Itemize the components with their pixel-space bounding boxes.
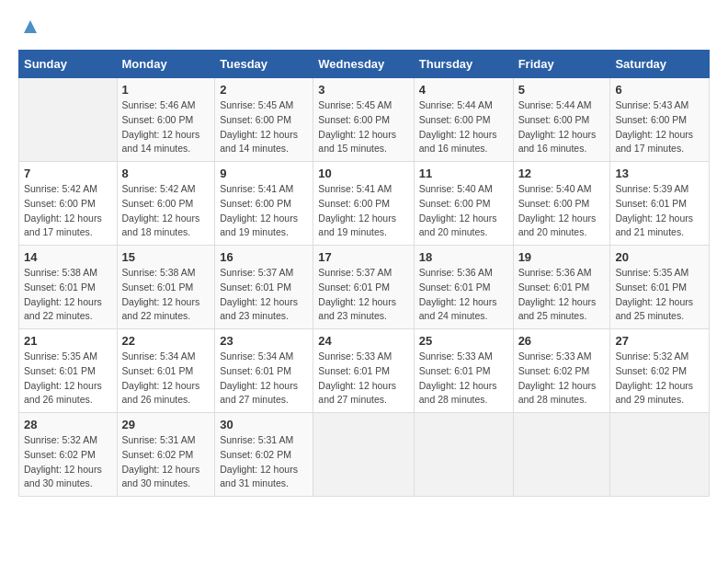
calendar-cell: 17Sunrise: 5:37 AMSunset: 6:01 PMDayligh… [313,246,414,329]
calendar-cell: 6Sunrise: 5:43 AMSunset: 6:00 PMDaylight… [610,78,710,162]
day-detail: Sunrise: 5:39 AMSunset: 6:01 PMDaylight:… [615,182,704,240]
calendar-cell: 7Sunrise: 5:42 AMSunset: 6:00 PMDaylight… [19,162,118,246]
calendar-cell: 19Sunrise: 5:36 AMSunset: 6:01 PMDayligh… [513,246,610,329]
calendar-cell: 13Sunrise: 5:39 AMSunset: 6:01 PMDayligh… [610,162,710,246]
calendar-cell: 25Sunrise: 5:33 AMSunset: 6:01 PMDayligh… [414,329,513,413]
day-number: 28 [24,418,112,431]
day-number: 1 [122,83,210,97]
day-number: 21 [24,334,112,348]
day-detail: Sunrise: 5:32 AMSunset: 6:02 PMDaylight:… [615,350,704,408]
day-detail: Sunrise: 5:32 AMSunset: 6:02 PMDaylight:… [24,433,112,491]
day-number: 9 [220,167,308,180]
day-detail: Sunrise: 5:42 AMSunset: 6:00 PMDaylight:… [24,182,112,240]
day-detail: Sunrise: 5:31 AMSunset: 6:02 PMDaylight:… [122,433,210,491]
calendar-cell: 23Sunrise: 5:34 AMSunset: 6:01 PMDayligh… [215,329,313,413]
day-number: 6 [615,83,704,97]
page-header [18,18,710,40]
logo-icon [22,18,39,35]
day-number: 14 [24,250,112,264]
day-number: 10 [318,167,408,180]
calendar-cell: 11Sunrise: 5:40 AMSunset: 6:00 PMDayligh… [414,162,513,246]
calendar-cell: 24Sunrise: 5:33 AMSunset: 6:01 PMDayligh… [313,329,414,413]
calendar-table: SundayMondayTuesdayWednesdayThursdayFrid… [18,50,710,497]
day-number: 22 [122,334,210,348]
day-detail: Sunrise: 5:36 AMSunset: 6:01 PMDaylight:… [419,266,508,324]
calendar-week-row: 1Sunrise: 5:46 AMSunset: 6:00 PMDaylight… [19,78,710,162]
column-header-thursday: Thursday [414,51,513,78]
calendar-week-row: 28Sunrise: 5:32 AMSunset: 6:02 PMDayligh… [19,413,710,497]
day-detail: Sunrise: 5:34 AMSunset: 6:01 PMDaylight:… [220,350,308,408]
calendar-cell: 21Sunrise: 5:35 AMSunset: 6:01 PMDayligh… [19,329,118,413]
day-detail: Sunrise: 5:41 AMSunset: 6:00 PMDaylight:… [220,182,308,240]
day-detail: Sunrise: 5:35 AMSunset: 6:01 PMDaylight:… [615,266,704,324]
day-detail: Sunrise: 5:36 AMSunset: 6:01 PMDaylight:… [518,266,606,324]
day-number: 16 [220,250,308,264]
column-header-monday: Monday [117,51,215,78]
calendar-cell: 29Sunrise: 5:31 AMSunset: 6:02 PMDayligh… [117,413,215,497]
calendar-cell: 1Sunrise: 5:46 AMSunset: 6:00 PMDaylight… [117,78,215,162]
day-detail: Sunrise: 5:34 AMSunset: 6:01 PMDaylight:… [122,350,210,408]
day-number: 29 [122,418,210,431]
calendar-cell [313,413,414,497]
calendar-week-row: 7Sunrise: 5:42 AMSunset: 6:00 PMDaylight… [19,162,710,246]
day-detail: Sunrise: 5:44 AMSunset: 6:00 PMDaylight:… [518,98,606,156]
day-number: 4 [419,83,508,97]
calendar-header-row: SundayMondayTuesdayWednesdayThursdayFrid… [19,51,710,78]
day-detail: Sunrise: 5:37 AMSunset: 6:01 PMDaylight:… [220,266,308,324]
day-detail: Sunrise: 5:33 AMSunset: 6:02 PMDaylight:… [518,350,606,408]
day-number: 7 [24,167,112,180]
day-detail: Sunrise: 5:46 AMSunset: 6:00 PMDaylight:… [122,98,210,156]
calendar-cell: 26Sunrise: 5:33 AMSunset: 6:02 PMDayligh… [513,329,610,413]
day-detail: Sunrise: 5:45 AMSunset: 6:00 PMDaylight:… [318,98,408,156]
day-number: 8 [122,167,210,180]
day-detail: Sunrise: 5:41 AMSunset: 6:00 PMDaylight:… [318,182,408,240]
column-header-wednesday: Wednesday [313,51,414,78]
day-detail: Sunrise: 5:33 AMSunset: 6:01 PMDaylight:… [419,350,508,408]
column-header-tuesday: Tuesday [215,51,313,78]
day-number: 23 [220,334,308,348]
calendar-cell [513,413,610,497]
calendar-cell: 30Sunrise: 5:31 AMSunset: 6:02 PMDayligh… [215,413,313,497]
day-detail: Sunrise: 5:45 AMSunset: 6:00 PMDaylight:… [220,98,308,156]
day-number: 19 [518,250,606,264]
calendar-cell: 3Sunrise: 5:45 AMSunset: 6:00 PMDaylight… [313,78,414,162]
calendar-cell: 28Sunrise: 5:32 AMSunset: 6:02 PMDayligh… [19,413,118,497]
day-number: 18 [419,250,508,264]
day-number: 26 [518,334,606,348]
calendar-cell: 16Sunrise: 5:37 AMSunset: 6:01 PMDayligh… [215,246,313,329]
day-number: 3 [318,83,408,97]
day-detail: Sunrise: 5:40 AMSunset: 6:00 PMDaylight:… [518,182,606,240]
day-number: 12 [518,167,606,180]
calendar-cell: 2Sunrise: 5:45 AMSunset: 6:00 PMDaylight… [215,78,313,162]
calendar-cell: 5Sunrise: 5:44 AMSunset: 6:00 PMDaylight… [513,78,610,162]
day-number: 5 [518,83,606,97]
day-number: 2 [220,83,308,97]
calendar-cell: 18Sunrise: 5:36 AMSunset: 6:01 PMDayligh… [414,246,513,329]
day-detail: Sunrise: 5:37 AMSunset: 6:01 PMDaylight:… [318,266,408,324]
calendar-cell: 15Sunrise: 5:38 AMSunset: 6:01 PMDayligh… [117,246,215,329]
day-number: 15 [122,250,210,264]
day-number: 11 [419,167,508,180]
calendar-cell: 14Sunrise: 5:38 AMSunset: 6:01 PMDayligh… [19,246,118,329]
calendar-cell: 27Sunrise: 5:32 AMSunset: 6:02 PMDayligh… [610,329,710,413]
day-detail: Sunrise: 5:38 AMSunset: 6:01 PMDaylight:… [122,266,210,324]
day-detail: Sunrise: 5:43 AMSunset: 6:00 PMDaylight:… [615,98,704,156]
calendar-cell: 22Sunrise: 5:34 AMSunset: 6:01 PMDayligh… [117,329,215,413]
calendar-cell: 12Sunrise: 5:40 AMSunset: 6:00 PMDayligh… [513,162,610,246]
calendar-cell [414,413,513,497]
day-detail: Sunrise: 5:42 AMSunset: 6:00 PMDaylight:… [122,182,210,240]
day-number: 27 [615,334,704,348]
calendar-cell [19,78,118,162]
calendar-cell: 4Sunrise: 5:44 AMSunset: 6:00 PMDaylight… [414,78,513,162]
column-header-friday: Friday [513,51,610,78]
logo [18,18,39,40]
day-detail: Sunrise: 5:38 AMSunset: 6:01 PMDaylight:… [24,266,112,324]
calendar-week-row: 14Sunrise: 5:38 AMSunset: 6:01 PMDayligh… [19,246,710,329]
calendar-cell: 10Sunrise: 5:41 AMSunset: 6:00 PMDayligh… [313,162,414,246]
day-number: 24 [318,334,408,348]
day-number: 30 [220,418,308,431]
day-detail: Sunrise: 5:40 AMSunset: 6:00 PMDaylight:… [419,182,508,240]
day-detail: Sunrise: 5:44 AMSunset: 6:00 PMDaylight:… [419,98,508,156]
svg-marker-0 [24,20,37,33]
calendar-cell: 20Sunrise: 5:35 AMSunset: 6:01 PMDayligh… [610,246,710,329]
